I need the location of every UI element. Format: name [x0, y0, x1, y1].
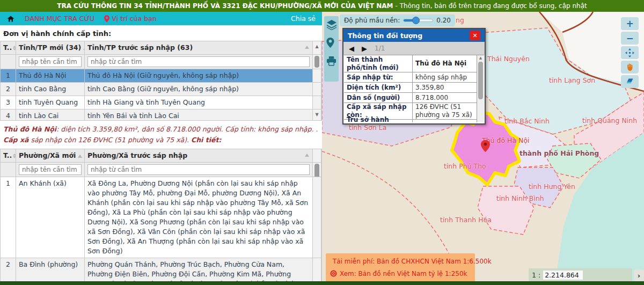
section-title: Đơn vị hành chính cấp tỉnh:: [0, 25, 322, 41]
page-title-bold: TRA CỨU THÔNG TIN 34 TỈNH/THÀNH PHỐ VÀ 3…: [57, 2, 393, 10]
table-scrollbar[interactable]: [313, 149, 321, 163]
pan-icon[interactable]: [621, 46, 639, 59]
sort-asc-icon: [78, 155, 82, 158]
province-table: T.. Tỉnh/TP mới (34) Tỉnh/TP trước sáp n…: [0, 41, 322, 121]
table-scrollbar[interactable]: [313, 177, 321, 258]
table-scrollbar[interactable]: [313, 55, 321, 69]
opacity-slider[interactable]: [403, 19, 433, 22]
map-label-thanh-hoa: tỉnh Thanh Hóa: [440, 216, 492, 224]
table-row-cell[interactable]: tỉnh Lào Cai: [16, 109, 85, 121]
next-feature-button[interactable]: ▶: [362, 45, 367, 52]
close-icon[interactable]: ✕: [470, 31, 480, 40]
nav-item-location[interactable]: Vị trí của bạn: [104, 14, 156, 23]
link-icon: [330, 270, 337, 277]
nav-item-danh-muc[interactable]: DANH MỤC TRA CỨU: [25, 14, 94, 23]
col-header-old-ward[interactable]: Phường/Xã trước sáp nhập: [85, 149, 313, 163]
col-header-new-province[interactable]: Tỉnh/TP mới (34): [16, 41, 85, 55]
map-label-bac-ninh: tỉnh Bắc Ninh: [504, 117, 550, 125]
table-row-cell[interactable]: 4: [1, 109, 16, 121]
table-scrollbar[interactable]: [313, 96, 321, 109]
share-button[interactable]: Chia sẻ: [291, 14, 316, 23]
opacity-slider-handle[interactable]: [412, 17, 420, 24]
filter-cell: [85, 163, 313, 177]
scroll-thumb[interactable]: [314, 56, 319, 68]
sort-asc-icon: [305, 154, 309, 157]
table-row-cell[interactable]: 1: [1, 69, 16, 83]
popup-pager: ◀ ▶ 1/1: [343, 42, 485, 55]
attr-label: Dân số (người): [344, 93, 413, 103]
col-header-index[interactable]: T..: [1, 41, 16, 55]
attr-label: Sáp nhập từ:: [344, 72, 413, 83]
province-summary: Thủ đô Hà Nội: diện tích 3.359,80 km², d…: [0, 121, 322, 149]
table-row-cell[interactable]: 1: [1, 177, 16, 258]
attr-value: Thủ đô Hà Nội: [413, 55, 477, 72]
map-canvas[interactable]: ng Thái Nguyên tỉnh Lạng Sơn tỉnh Bắc Ni…: [322, 12, 644, 281]
layers-icon[interactable]: [326, 19, 337, 30]
home-icon[interactable]: [6, 14, 15, 23]
map-controls: + −: [621, 17, 639, 88]
map-marker-icon[interactable]: [481, 140, 490, 152]
province-from-filter-input[interactable]: [87, 56, 310, 67]
eraser-icon[interactable]: [621, 75, 639, 88]
hand-pan-icon[interactable]: [621, 61, 639, 74]
col-header-new-ward[interactable]: Phường/Xã mới: [16, 149, 85, 163]
table-scrollbar[interactable]: [313, 69, 321, 83]
popup-title: Thông tin đối tượng: [348, 32, 422, 40]
table-scrollbar[interactable]: [313, 83, 321, 96]
map-links-box: Tải miễn phí: Bản đồ CHXHCN Việt Nam 1:6…: [326, 253, 475, 281]
scroll-thumb[interactable]: [314, 164, 319, 177]
prev-feature-button[interactable]: ◀: [349, 45, 354, 52]
scroll-thumb[interactable]: [478, 62, 483, 99]
table-row-cell[interactable]: tỉnh Tuyên Quang: [16, 96, 85, 109]
table-row-cell[interactable]: 2: [1, 83, 16, 96]
page-title-rest: - Thông tin, bản đồ trên trang đang được…: [396, 2, 587, 10]
attr-label: Diện tích (km²): [344, 83, 413, 93]
scale-input[interactable]: [543, 271, 583, 280]
filter-cell: [85, 55, 313, 69]
table-row-cell[interactable]: An Khánh (xã): [16, 177, 85, 258]
province-name-filter-input[interactable]: [19, 56, 82, 67]
table-row-cell[interactable]: tỉnh Yên Bái và tỉnh Lào Cai: [85, 109, 313, 121]
table-scrollbar[interactable]: ▼: [313, 109, 321, 121]
table-scrollbar[interactable]: [313, 163, 321, 177]
ward-from-filter-input[interactable]: [87, 164, 310, 175]
ward-name-filter-input[interactable]: [19, 164, 82, 175]
scale-widget: 1 :: [529, 268, 632, 281]
map-label-lang-son: tỉnh Lạng Sơn: [549, 76, 595, 84]
attr-value: [413, 120, 477, 122]
table-row-cell[interactable]: tỉnh Cao Bằng: [16, 83, 85, 96]
table-row-cell[interactable]: Thủ đô Hà Nội: [16, 69, 85, 83]
locate-icon[interactable]: [326, 38, 337, 48]
table-scrollbar[interactable]: ▲: [313, 41, 321, 55]
attr-value: 3.359,80: [413, 83, 477, 93]
table-row-cell[interactable]: Xã Đông La, Phường Dương Nội (phần còn l…: [85, 177, 313, 258]
opacity-control: Độ phủ mầu nền: 0.20: [340, 14, 455, 26]
print-icon[interactable]: [326, 56, 337, 67]
attr-label: Trụ sở hành chính: [344, 120, 413, 122]
map-label-son-la: tỉnh Sơn La: [349, 123, 386, 131]
col-header-old-province[interactable]: Tỉnh/TP trước sáp nhập (63): [85, 41, 313, 55]
zoom-in-button[interactable]: +: [621, 17, 639, 30]
table-row-cell[interactable]: 3: [1, 96, 16, 109]
filter-cell: [1, 55, 16, 69]
popup-attribute-table: Tên thành phố/tỉnh (mới) Thủ đô Hà Nội ▲…: [344, 55, 484, 122]
col-header-index[interactable]: T..: [1, 149, 16, 163]
map-label-partial: ng: [456, 16, 464, 24]
zoom-out-button[interactable]: −: [621, 32, 639, 45]
attr-value: 8.718.000: [413, 93, 477, 103]
map-label-phu-tho: tỉnh Phú Thọ: [444, 162, 486, 170]
lookup-panel: Đơn vị hành chính cấp tỉnh: T.. Tỉnh/TP …: [0, 25, 322, 281]
scale-next-button[interactable]: ›: [634, 269, 644, 281]
scroll-up-icon[interactable]: ▲: [477, 56, 484, 60]
scroll-down-icon[interactable]: ▼: [313, 110, 321, 120]
download-map-link[interactable]: Tải miễn phí: Bản đồ CHXHCN Việt Nam 1:6…: [330, 258, 471, 265]
footer-bar: [0, 281, 644, 285]
scale-prefix: 1 :: [532, 271, 540, 279]
filter-cell: [16, 163, 85, 177]
popup-scrollbar[interactable]: ▲▼: [477, 55, 484, 122]
table-row-cell[interactable]: Thủ đô Hà Nội (Giữ nguyên, không sáp nhậ…: [85, 69, 313, 83]
table-row-cell[interactable]: tỉnh Cao Bằng (Giữ nguyên, không sáp nhậ…: [85, 83, 313, 96]
scroll-up-icon[interactable]: ▲: [313, 42, 321, 52]
table-row-cell[interactable]: tỉnh Hà Giang và tỉnh Tuyên Quang: [85, 96, 313, 109]
view-basemap-link[interactable]: Xem: Bản đồ nền Việt Nam tỷ lệ 1:250k: [330, 270, 471, 277]
